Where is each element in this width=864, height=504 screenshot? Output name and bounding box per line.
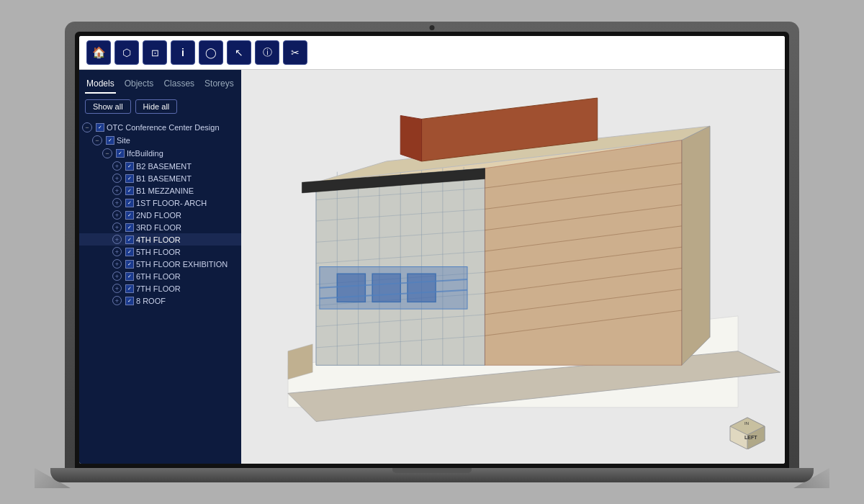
laptop-base	[50, 468, 814, 482]
floor-1st-label: 1ST FLOOR- ARCH	[136, 199, 207, 207]
root-label: OTC Conference Center Design	[107, 123, 220, 132]
tools-button[interactable]: ✂	[283, 40, 307, 65]
select-button[interactable]: ↖	[227, 40, 251, 65]
svg-marker-22	[400, 115, 421, 161]
floor-3rd-item[interactable]: + ✓ 3RD FLOOR	[79, 221, 241, 233]
floor-1st-item[interactable]: + ✓ 1ST FLOOR- ARCH	[79, 197, 241, 209]
floor-b2-label: B2 BASEMENT	[136, 162, 192, 171]
ifc-building-item[interactable]: − ✓ IfcBuilding	[79, 147, 241, 160]
properties-button[interactable]: ⓘ	[255, 40, 279, 65]
section-button[interactable]: ⊡	[143, 40, 167, 65]
floor-2nd-label: 2ND FLOOR	[136, 211, 181, 220]
floor-4th-label: 4TH FLOOR	[136, 235, 181, 244]
svg-text:IN: IN	[744, 421, 749, 426]
floor-b1-item[interactable]: + ✓ B1 BASEMENT	[79, 172, 241, 184]
floor-6th-item[interactable]: + ✓ 6TH FLOOR	[79, 270, 241, 282]
info-button[interactable]: i	[171, 40, 195, 65]
floor-5thex-label: 5TH FLOOR EXHIBITION	[136, 260, 228, 269]
erase-button[interactable]: ◯	[199, 40, 223, 65]
floor-6th-label: 6TH FLOOR	[136, 272, 181, 281]
floor-7th-label: 7TH FLOOR	[136, 284, 181, 293]
camera-dot	[430, 25, 435, 30]
tab-objects[interactable]: Objects	[123, 76, 156, 94]
tree-view: − ✓ OTC Conference Center Design − ✓ Sit…	[79, 120, 241, 464]
toolbar: 🏠 ⬡ ⊡ i ◯ ↖ ⓘ ✂	[79, 36, 785, 70]
svg-marker-29	[485, 140, 682, 366]
tab-storeys[interactable]: Storeys	[203, 76, 235, 94]
floor-5th-item[interactable]: + ✓ 5TH FLOOR	[79, 246, 241, 258]
floor-b2-item[interactable]: + ✓ B2 BASEMENT	[79, 160, 241, 172]
sidebar: Models Objects Classes Storeys Show all …	[79, 70, 241, 464]
floor-b1-label: B1 BASEMENT	[136, 174, 192, 183]
model-button[interactable]: ⬡	[114, 40, 139, 65]
floor-7th-item[interactable]: + ✓ 7TH FLOOR	[79, 282, 241, 294]
site-item[interactable]: − ✓ Site	[79, 134, 241, 147]
home-button[interactable]: 🏠	[86, 40, 111, 65]
tab-classes[interactable]: Classes	[162, 76, 196, 94]
sidebar-tabs: Models Objects Classes Storeys	[79, 70, 241, 94]
laptop-screen: 🏠 ⬡ ⊡ i ◯ ↖ ⓘ ✂	[65, 22, 799, 468]
tab-models[interactable]: Models	[85, 76, 116, 94]
floor-roof-item[interactable]: + ✓ 8 ROOF	[79, 294, 241, 307]
nav-cube[interactable]: LEFT IN	[724, 403, 770, 449]
ifc-building-label: IfcBuilding	[127, 149, 163, 158]
floor-2nd-item[interactable]: + ✓ 2ND FLOOR	[79, 209, 241, 221]
floor-5th-label: 5TH FLOOR	[136, 248, 181, 256]
hide-all-button[interactable]: Hide all	[135, 99, 178, 114]
screen-bezel: 🏠 ⬡ ⊡ i ◯ ↖ ⓘ ✂	[75, 32, 789, 468]
svg-marker-20	[682, 126, 710, 365]
app-screen: 🏠 ⬡ ⊡ i ◯ ↖ ⓘ ✂	[79, 36, 785, 464]
floor-b1mez-item[interactable]: + ✓ B1 MEZZANINE	[79, 184, 241, 197]
svg-rect-25	[372, 274, 400, 302]
svg-text:LEFT: LEFT	[744, 435, 757, 440]
svg-rect-26	[408, 274, 436, 302]
floor-5thex-item[interactable]: + ✓ 5TH FLOOR EXHIBITION	[79, 258, 241, 270]
show-all-button[interactable]: Show all	[85, 99, 131, 114]
viewport[interactable]: LEFT IN	[241, 70, 785, 464]
floor-3rd-label: 3RD FLOOR	[136, 223, 181, 232]
site-label: Site	[117, 136, 130, 145]
tree-root[interactable]: − ✓ OTC Conference Center Design	[79, 121, 241, 134]
floor-roof-label: 8 ROOF	[136, 297, 166, 305]
floor-4th-item[interactable]: + ✓ 4TH FLOOR	[79, 233, 241, 246]
floor-b1mez-label: B1 MEZZANINE	[136, 186, 194, 195]
